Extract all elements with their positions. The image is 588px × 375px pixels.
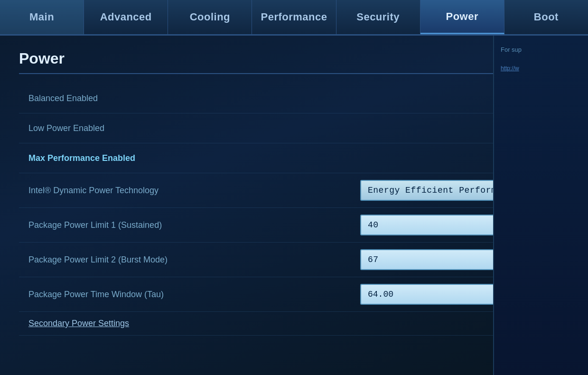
- package-power-tau-label: Package Power Time Window (Tau): [28, 290, 164, 300]
- max-performance-enabled-label: Max Performance Enabled: [28, 153, 135, 163]
- page-title: Power: [19, 50, 569, 74]
- tab-boot[interactable]: Boot: [504, 0, 588, 34]
- intel-dynamic-label: Intel® Dynamic Power Technology: [28, 186, 159, 196]
- right-panel-text: For sup http://w: [501, 45, 581, 73]
- tab-advanced[interactable]: Advanced: [84, 0, 168, 34]
- tab-performance[interactable]: Performance: [252, 0, 336, 34]
- package-power-tau-row: Package Power Time Window (Tau): [19, 277, 569, 312]
- tab-bar: Main Advanced Cooling Performance Securi…: [0, 0, 588, 36]
- tab-security[interactable]: Security: [336, 0, 420, 34]
- low-power-enabled-label: Low Power Enabled: [28, 123, 104, 133]
- package-power-limit2-label: Package Power Limit 2 (Burst Mode): [28, 255, 168, 265]
- package-power-limit1-label: Package Power Limit 1 (Sustained): [28, 220, 162, 230]
- right-panel-link[interactable]: http://w: [501, 65, 519, 72]
- tab-main[interactable]: Main: [0, 0, 84, 34]
- intel-dynamic-row: Intel® Dynamic Power Technology Energy E…: [19, 173, 569, 208]
- package-power-limit1-row: Package Power Limit 1 (Sustained): [19, 208, 569, 243]
- secondary-power-settings-row: Secondary Power Settings: [19, 312, 569, 336]
- low-power-enabled-row: Low Power Enabled: [19, 113, 569, 143]
- settings-container: Balanced Enabled Low Power Enabled Max P…: [19, 84, 569, 336]
- right-panel: For sup http://w: [493, 36, 588, 375]
- balanced-enabled-row: Balanced Enabled: [19, 84, 569, 113]
- tab-power[interactable]: Power: [420, 0, 504, 34]
- tab-cooling[interactable]: Cooling: [168, 0, 252, 34]
- package-power-limit2-row: Package Power Limit 2 (Burst Mode): [19, 243, 569, 277]
- balanced-enabled-label: Balanced Enabled: [28, 94, 98, 103]
- max-performance-enabled-row: Max Performance Enabled ✔ ◄: [19, 143, 569, 173]
- secondary-power-settings-link[interactable]: Secondary Power Settings: [28, 319, 129, 328]
